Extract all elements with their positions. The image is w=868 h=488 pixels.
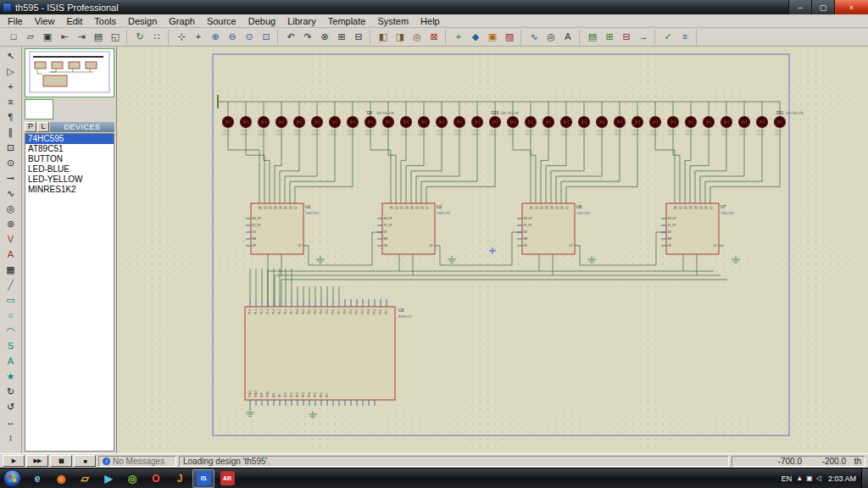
led-26[interactable] xyxy=(686,117,697,128)
decompose-icon[interactable]: ▨ xyxy=(502,30,517,45)
device-pins-mode-icon[interactable]: ⊸ xyxy=(3,170,19,186)
open-design-icon[interactable]: ▱ xyxy=(23,30,38,45)
packaging-tool-icon[interactable]: ▣ xyxy=(485,30,500,45)
led-31[interactable] xyxy=(775,117,786,128)
2d-circle-mode-icon[interactable]: ○ xyxy=(3,308,19,323)
device-item-button[interactable]: BUTTON xyxy=(25,154,114,164)
virtual-instruments-mode-icon[interactable]: ▦ xyxy=(3,262,19,277)
minimize-button[interactable]: – xyxy=(788,0,811,14)
volume-icon[interactable]: ◁ xyxy=(816,474,821,482)
led-2[interactable] xyxy=(259,117,270,128)
2d-box-mode-icon[interactable]: ▭ xyxy=(3,292,19,308)
netlist-compiler-icon[interactable]: ≡ xyxy=(677,30,693,45)
cut-icon[interactable]: ⊗ xyxy=(317,30,332,45)
led-4[interactable] xyxy=(294,117,305,128)
led-5[interactable] xyxy=(312,117,323,128)
play-button[interactable]: ▶ xyxy=(3,455,25,467)
led-23[interactable] xyxy=(632,117,643,128)
schematic-canvas[interactable]: <TEXT><TEXT><TEXT><TEXT><TEXT><TEXT><TEX… xyxy=(118,47,868,453)
2d-line-mode-icon[interactable]: ╱ xyxy=(3,277,19,292)
mirror-horizontal-icon[interactable]: ↔ xyxy=(3,414,19,430)
menu-view[interactable]: View xyxy=(29,16,61,26)
media-player-taskbar-icon[interactable]: ▶ xyxy=(97,469,120,488)
wire-autorouter-icon[interactable]: ∿ xyxy=(526,30,542,45)
ares-taskbar-icon[interactable]: AR xyxy=(216,469,238,488)
paste-icon[interactable]: ⊟ xyxy=(351,30,366,45)
hidden-icons-icon[interactable]: ▲ xyxy=(796,474,803,482)
zoom-out-icon[interactable]: ⊖ xyxy=(225,30,240,45)
zoom-all-icon[interactable]: ⊙ xyxy=(242,30,257,45)
2d-path-mode-icon[interactable]: S xyxy=(3,338,19,353)
current-probe-mode-icon[interactable]: A xyxy=(3,247,19,262)
ic-u2[interactable]: Q0Q1Q2Q3Q4Q5Q6Q7SH_CPST_CPDSMROEQ7'U274H… xyxy=(377,203,450,254)
voltage-probe-mode-icon[interactable]: V xyxy=(3,231,19,247)
import-section-icon[interactable]: ⇤ xyxy=(57,30,72,45)
property-assignment-icon[interactable]: A xyxy=(560,30,576,45)
stop-button[interactable]: ■ xyxy=(74,455,96,467)
component-mode-icon[interactable]: ▷ xyxy=(3,64,19,79)
menu-debug[interactable]: Debug xyxy=(242,16,281,26)
block-rotate-icon[interactable]: ◎ xyxy=(409,30,425,45)
internet-explorer-taskbar-icon[interactable]: e xyxy=(26,469,48,488)
led-29[interactable] xyxy=(739,117,750,128)
device-item-74hc595[interactable]: 74HC595 xyxy=(25,134,114,144)
subcircuit-mode-icon[interactable]: ⊡ xyxy=(3,140,19,155)
toggle-grid-icon[interactable]: ∷ xyxy=(149,30,164,45)
device-item-led-blue[interactable]: LED-BLUE xyxy=(25,164,114,175)
rotate-anticlockwise-icon[interactable]: ↺ xyxy=(3,399,19,414)
refresh-display-icon[interactable]: ↻ xyxy=(132,30,147,45)
led-12[interactable] xyxy=(437,117,448,128)
led-24[interactable] xyxy=(650,117,661,128)
goto-sheet-icon[interactable]: → xyxy=(636,30,651,45)
show-desktop-button[interactable] xyxy=(861,469,868,488)
chrome-taskbar-icon[interactable]: ◎ xyxy=(121,469,143,488)
led-1[interactable] xyxy=(241,117,252,128)
menu-library[interactable]: Library xyxy=(281,16,322,26)
led-10[interactable] xyxy=(401,117,412,128)
led-21[interactable] xyxy=(597,117,608,128)
device-item-led-yellow[interactable]: LED-YELLOW xyxy=(25,175,114,185)
firefox-taskbar-icon[interactable]: ◉ xyxy=(50,469,72,488)
junction-dot-mode-icon[interactable]: + xyxy=(3,79,19,94)
windows-explorer-taskbar-icon[interactable]: ▱ xyxy=(74,469,96,488)
led-6[interactable] xyxy=(330,117,341,128)
block-copy-icon[interactable]: ◧ xyxy=(376,30,391,45)
generator-mode-icon[interactable]: ⊛ xyxy=(3,216,19,231)
java-taskbar-icon[interactable]: J xyxy=(169,469,191,488)
zoom-in-icon[interactable]: ⊕ xyxy=(208,30,223,45)
buses-mode-icon[interactable]: ∥ xyxy=(3,125,19,140)
overview-pane[interactable] xyxy=(25,48,114,97)
clock[interactable]: 2:03 AM xyxy=(826,474,859,483)
menu-template[interactable]: Template xyxy=(322,16,372,26)
pick-device-icon[interactable]: + xyxy=(451,30,466,45)
close-button[interactable]: × xyxy=(834,0,868,14)
ic-u3[interactable]: P1.0P1.1P1.2P1.3P1.4P1.5P1.6P1.7P3.0P3.1… xyxy=(245,299,412,406)
led-19[interactable] xyxy=(561,117,572,128)
led-3[interactable] xyxy=(276,117,287,128)
redo-icon[interactable]: ↷ xyxy=(300,30,315,45)
block-move-icon[interactable]: ◨ xyxy=(392,30,408,45)
led-17[interactable] xyxy=(526,117,537,128)
zoom-area-icon[interactable]: ⊡ xyxy=(259,30,274,45)
led-18[interactable] xyxy=(543,117,554,128)
led-16[interactable] xyxy=(508,117,519,128)
ic-u7[interactable]: Q0Q1Q2Q3Q4Q5Q6Q7SH_CPST_CPDSMROEQ7'U774H… xyxy=(661,203,734,254)
save-design-icon[interactable]: ▣ xyxy=(40,30,55,45)
graph-mode-icon[interactable]: ∿ xyxy=(3,186,19,201)
network-status-icon[interactable]: ▣ xyxy=(806,474,813,482)
block-delete-icon[interactable]: ⊠ xyxy=(426,30,442,45)
pick-devices-button[interactable]: P xyxy=(25,122,36,132)
remove-sheet-icon[interactable]: ⊟ xyxy=(619,30,634,45)
led-13[interactable] xyxy=(454,117,465,128)
led-27[interactable] xyxy=(704,117,715,128)
menu-edit[interactable]: Edit xyxy=(60,16,88,26)
print-design-icon[interactable]: ▤ xyxy=(91,30,106,45)
opera-taskbar-icon[interactable]: O xyxy=(145,469,167,488)
led-28[interactable] xyxy=(721,117,732,128)
design-explorer-icon[interactable]: ▤ xyxy=(585,30,600,45)
text-script-mode-icon[interactable]: ¶ xyxy=(3,109,19,125)
maximize-button[interactable]: ▢ xyxy=(811,0,834,14)
start-button[interactable] xyxy=(3,469,21,487)
led-0[interactable] xyxy=(223,117,234,128)
device-item-at89c51[interactable]: AT89C51 xyxy=(25,144,114,154)
